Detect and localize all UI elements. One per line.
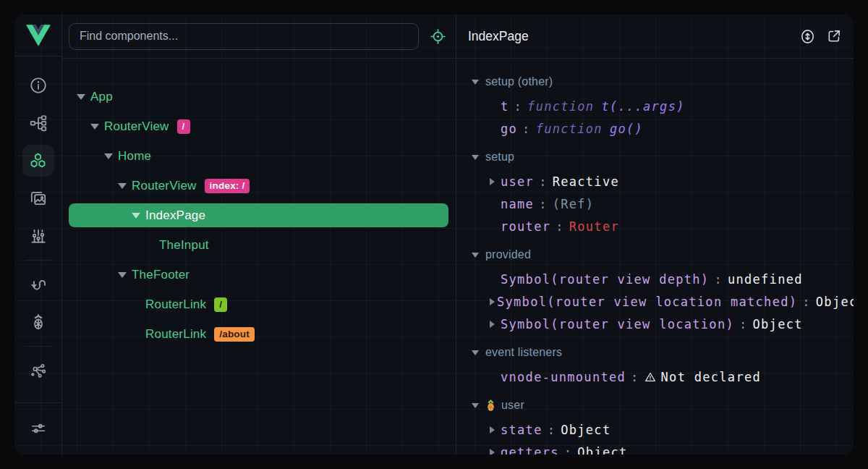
caret-down-icon[interactable]: [90, 124, 99, 130]
caret-down-icon[interactable]: [118, 183, 127, 189]
caret-right-icon[interactable]: [490, 178, 495, 185]
caret-down-icon[interactable]: [472, 403, 479, 408]
sidebar-item-info[interactable]: [22, 69, 54, 101]
settings-sliders-icon: [29, 419, 48, 438]
open-in-editor-icon: [826, 28, 842, 44]
search-input[interactable]: [69, 23, 419, 50]
tree-node-label: RouterLink: [145, 327, 206, 342]
section-header[interactable]: setup: [456, 144, 854, 170]
tree-node-routerlink-about[interactable]: RouterLink /about: [62, 319, 456, 349]
expand-collapse-updown-icon: [799, 28, 816, 45]
state-row-expandable[interactable]: Symbol(router view location) : Object: [456, 313, 854, 335]
tree-node-label: RouterLink: [145, 297, 206, 312]
caret-right-icon[interactable]: [490, 449, 495, 455]
state-inspector-panel: IndexPage setup (other): [456, 14, 854, 455]
caret-down-icon[interactable]: [472, 350, 479, 355]
section-provided: provided Symbol(router view depth) : und…: [456, 242, 854, 335]
state-row: t : function t(...args): [456, 95, 854, 117]
tree-node-home[interactable]: Home: [62, 141, 456, 171]
tree-node-app[interactable]: App: [62, 82, 456, 111]
tree-toolbar: [62, 14, 456, 59]
inspect-component-button[interactable]: [430, 28, 446, 45]
inspector-content: setup (other) t : function t(...args) go…: [456, 59, 854, 455]
caret-down-icon[interactable]: [472, 155, 479, 160]
sidebar-item-timeline[interactable]: [22, 220, 54, 252]
inspector-title: IndexPage: [468, 29, 789, 44]
state-row-expandable[interactable]: state : Object: [456, 418, 854, 441]
caret-down-icon[interactable]: [104, 153, 113, 159]
tree-node-routerlink-root[interactable]: RouterLink /: [62, 290, 456, 319]
state-key: Symbol(router view depth): [501, 272, 709, 287]
state-key: go: [501, 122, 517, 136]
sidebar: [14, 14, 62, 455]
state-key: router: [501, 219, 550, 234]
graph-nodes-icon: [29, 361, 48, 380]
state-value: (Ref): [553, 197, 595, 211]
tree-node-label: Home: [118, 149, 151, 164]
state-value-keyword: function: [527, 99, 594, 114]
section-pinia-user: user state : Object getters : Object: [456, 392, 854, 455]
tree-node-label: TheInput: [159, 238, 209, 253]
pinia-pineapple-icon: [485, 400, 496, 412]
sidebar-item-settings[interactable]: [22, 413, 54, 444]
component-tree-icon: [29, 114, 48, 132]
state-row-expandable[interactable]: Symbol(router view location matched) : O…: [456, 290, 854, 313]
state-row: vnode-unmounted : Not declared: [456, 366, 854, 388]
section-label: provided: [485, 248, 531, 261]
sidebar-separator: [25, 260, 52, 261]
tree-node-label: RouterView: [132, 179, 197, 193]
pinia-pineapple-icon: [29, 313, 48, 331]
caret-right-icon[interactable]: [490, 298, 495, 305]
section-setup: setup user : Reactive name : (Ref) route…: [456, 144, 854, 237]
mixer-levels-icon: [29, 227, 48, 245]
caret-right-icon[interactable]: [490, 321, 495, 328]
tree-node-theinput[interactable]: TheInput: [62, 230, 456, 260]
sidebar-item-router[interactable]: [22, 269, 54, 300]
tree-node-label: IndexPage: [145, 208, 205, 223]
components-icon: [28, 151, 48, 171]
state-row-expandable[interactable]: getters : Object: [456, 441, 854, 455]
tree-node-indexpage-selected[interactable]: IndexPage: [62, 200, 456, 230]
tree-node-routerview-nested[interactable]: RouterView index: /: [62, 171, 456, 200]
component-tree-panel: App RouterView / Home RouterView index: …: [62, 14, 456, 455]
tree-node-label: App: [90, 90, 113, 104]
sidebar-item-components[interactable]: [22, 145, 54, 177]
warning-icon: [644, 371, 656, 383]
section-header[interactable]: setup (other): [456, 69, 854, 95]
tree-node-thefooter[interactable]: TheFooter: [62, 260, 456, 290]
caret-right-icon[interactable]: [490, 426, 495, 434]
sidebar-item-component-tree[interactable]: [22, 107, 54, 139]
caret-down-icon[interactable]: [118, 272, 127, 278]
vue-logo[interactable]: [14, 14, 61, 56]
sidebar-item-pages[interactable]: [22, 182, 54, 214]
sidebar-item-pinia[interactable]: [22, 306, 54, 338]
caret-down-icon[interactable]: [472, 253, 479, 258]
caret-down-icon[interactable]: [472, 80, 479, 85]
section-header[interactable]: user: [456, 392, 854, 418]
section-header[interactable]: provided: [456, 242, 854, 268]
state-key: state: [501, 423, 542, 437]
section-label: event listeners: [485, 346, 562, 359]
state-key: Symbol(router view location matched): [497, 295, 797, 309]
section-event-listeners: event listeners vnode-unmounted : Not de…: [456, 339, 854, 388]
caret-down-icon[interactable]: [132, 213, 140, 219]
state-row-expandable[interactable]: user : Reactive: [456, 170, 854, 193]
section-header[interactable]: event listeners: [456, 339, 854, 366]
state-key: Symbol(router view location): [501, 317, 734, 331]
open-in-editor-button[interactable]: [826, 28, 842, 44]
state-key: name: [501, 197, 534, 211]
vue-logo-icon: [26, 25, 51, 46]
state-value: Object: [816, 295, 854, 309]
sidebar-separator: [25, 346, 52, 347]
state-row: Symbol(router view depth) : undefined: [456, 268, 854, 290]
state-value: go(): [610, 122, 643, 136]
state-key: getters: [501, 445, 559, 455]
state-key: user: [501, 174, 534, 189]
caret-down-icon[interactable]: [77, 94, 85, 100]
inspector-header: IndexPage: [456, 14, 854, 59]
component-tree: App RouterView / Home RouterView index: …: [62, 59, 456, 455]
expand-collapse-all-button[interactable]: [799, 28, 816, 45]
tree-node-routerview[interactable]: RouterView /: [62, 111, 456, 141]
state-key: vnode-unmounted: [501, 370, 626, 384]
sidebar-item-graph[interactable]: [22, 355, 54, 386]
